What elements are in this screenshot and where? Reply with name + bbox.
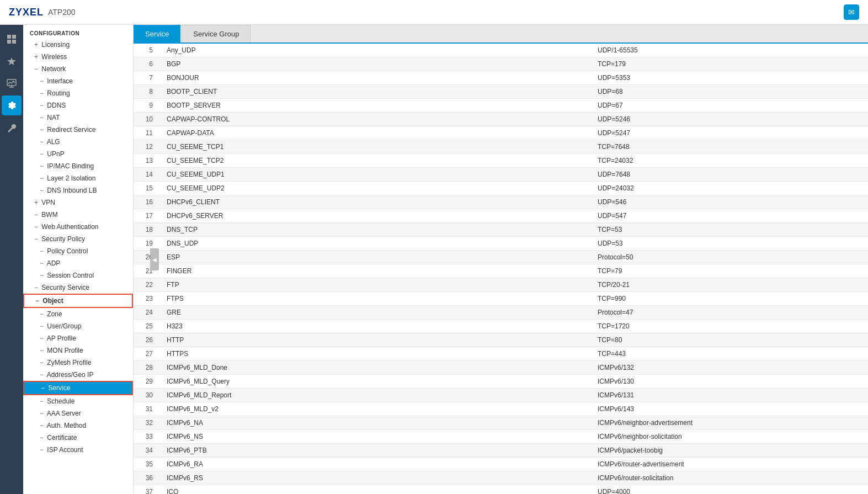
nav-web-auth[interactable]: − Web Authentication (23, 221, 133, 233)
nav-adp[interactable]: − ADP (23, 257, 133, 269)
row-value: UDP=4000 (592, 485, 868, 495)
row-value: ICMPv6/packet-toobig (592, 444, 868, 458)
row-num: 30 (134, 389, 161, 402)
sidebar-icon-dashboard[interactable] (2, 29, 22, 49)
nav-aaa-server[interactable]: − AAA Server (23, 407, 133, 419)
row-value: UDP=5353 (592, 71, 868, 85)
nav-mon-profile[interactable]: − MON Profile (23, 344, 133, 357)
nav-interface[interactable]: − Interface (23, 75, 133, 87)
nav-nat[interactable]: − NAT (23, 111, 133, 124)
nav-user-group[interactable]: − User/Group (23, 320, 133, 332)
row-value: UDP=5247 (592, 126, 868, 140)
nav-ddns[interactable]: − DDNS (23, 99, 133, 111)
row-name: FINGER (161, 264, 592, 278)
table-row: 23 FTPS TCP=990 (134, 292, 868, 306)
row-num: 10 (134, 113, 161, 126)
nav-redirect-service[interactable]: − Redirect Service (23, 124, 133, 136)
row-name: ICMPv6_RS (161, 471, 592, 485)
svg-rect-2 (7, 40, 11, 44)
row-name: DHCPv6_SERVER (161, 209, 592, 223)
row-num: 35 (134, 458, 161, 471)
sidebar-icon-wrench[interactable] (2, 118, 22, 137)
nav-zymesh-profile[interactable]: − ZyMesh Profile (23, 357, 133, 369)
nav-auth-method[interactable]: − Auth. Method (23, 419, 133, 432)
row-value: ICMPv6/router-solicitation (592, 471, 868, 485)
nav-zone[interactable]: − Zone (23, 308, 133, 320)
sidebar-collapse-btn[interactable]: ◀ (150, 248, 159, 270)
sidebar-icon-favorites[interactable] (2, 51, 22, 71)
nav-ip-mac-binding[interactable]: − IP/MAC Binding (23, 160, 133, 172)
sidebar-icon-monitor[interactable] (2, 73, 22, 93)
nav-security-policy[interactable]: − Security Policy (23, 233, 133, 245)
row-num: 29 (134, 375, 161, 389)
sidebar-icon-gear[interactable] (2, 95, 22, 115)
row-name: DHCPv6_CLIENT (161, 195, 592, 209)
table-row: 34 ICMPv6_PTB ICMPv6/packet-toobig (134, 444, 868, 458)
row-value: ICMPv6/neighbor-solicitation (592, 430, 868, 444)
nav-policy-control[interactable]: − Policy Control (23, 245, 133, 257)
row-num: 15 (134, 182, 161, 195)
nav-schedule[interactable]: − Schedule (23, 395, 133, 407)
envelope-icon[interactable]: ✉ (844, 4, 859, 20)
row-name: BONJOUR (161, 71, 592, 85)
row-name: CU_SEEME_TCP2 (161, 154, 592, 168)
nav-layer2-isolation[interactable]: − Layer 2 Isolation (23, 172, 133, 184)
sidebar-wrapper: CONFIGURATION + Licensing + Wireless − N… (23, 25, 134, 494)
row-name: ICMPv6_NA (161, 416, 592, 430)
nav-licensing[interactable]: + Licensing (23, 39, 133, 51)
row-name: ICMPv6_MLD_Query (161, 375, 592, 389)
table-row: 29 ICMPv6_MLD_Query ICMPv6/130 (134, 375, 868, 389)
row-name: HTTP (161, 333, 592, 347)
nav-service[interactable]: − Service (23, 381, 133, 395)
row-num: 25 (134, 320, 161, 333)
table-row: 9 BOOTP_SERVER UDP=67 (134, 99, 868, 113)
nav-isp-account[interactable]: − ISP Account (23, 444, 133, 456)
row-num: 27 (134, 347, 161, 361)
table-row: 32 ICMPv6_NA ICMPv6/neighbor-advertiseme… (134, 416, 868, 430)
tab-service[interactable]: Service (134, 25, 180, 43)
row-num: 18 (134, 223, 161, 237)
table-row: 37 ICQ UDP=4000 (134, 485, 868, 495)
tab-service-group[interactable]: Service Group (182, 25, 251, 43)
row-num: 13 (134, 154, 161, 168)
logo: ZYXEL (9, 7, 44, 18)
row-value: TCP=990 (592, 292, 868, 306)
table-row: 17 DHCPv6_SERVER UDP=547 (134, 209, 868, 223)
nav-session-control[interactable]: − Session Control (23, 269, 133, 281)
row-value: UDP=24032 (592, 182, 868, 195)
row-name: CU_SEEME_UDP2 (161, 182, 592, 195)
icon-sidebar (0, 25, 23, 494)
table-row: 14 CU_SEEME_UDP1 UDP=7648 (134, 168, 868, 182)
nav-address-geo-ip[interactable]: − Address/Geo IP (23, 369, 133, 381)
nav-routing[interactable]: − Routing (23, 87, 133, 99)
logo-area: ZYXEL ATP200 (9, 7, 76, 18)
nav-object[interactable]: − Object (23, 294, 133, 308)
row-value: TCP=1720 (592, 320, 868, 333)
nav-bwm[interactable]: − BWM (23, 209, 133, 221)
table-container: 5 Any_UDP UDP/1-65535 6 BGP TCP=179 7 BO… (134, 44, 868, 494)
nav-security-service[interactable]: − Security Service (23, 281, 133, 294)
row-num: 7 (134, 71, 161, 85)
table-row: 25 H323 TCP=1720 (134, 320, 868, 333)
nav-dns-inbound-lb[interactable]: − DNS Inbound LB (23, 184, 133, 196)
table-row: 12 CU_SEEME_TCP1 TCP=7648 (134, 140, 868, 154)
nav-certificate[interactable]: − Certificate (23, 432, 133, 444)
row-name: ESP (161, 251, 592, 264)
nav-upnp[interactable]: − UPnP (23, 148, 133, 160)
table-row: 28 ICMPv6_MLD_Done ICMPv6/132 (134, 361, 868, 375)
nav-vpn[interactable]: + VPN (23, 196, 133, 209)
table-row: 16 DHCPv6_CLIENT UDP=546 (134, 195, 868, 209)
row-value: UDP=7648 (592, 168, 868, 182)
nav-alg[interactable]: − ALG (23, 136, 133, 148)
row-name: ICMPv6_NS (161, 430, 592, 444)
table-row: 27 HTTPS TCP=443 (134, 347, 868, 361)
nav-network[interactable]: − Network (23, 63, 133, 75)
row-name: ICQ (161, 485, 592, 495)
nav-wireless[interactable]: + Wireless (23, 51, 133, 63)
row-value: TCP=179 (592, 57, 868, 71)
row-name: ICMPv6_MLD_Report (161, 389, 592, 402)
nav-ap-profile[interactable]: − AP Profile (23, 332, 133, 344)
table-row: 24 GRE Protocol=47 (134, 306, 868, 320)
row-name: Any_UDP (161, 44, 592, 57)
nav-sidebar: CONFIGURATION + Licensing + Wireless − N… (23, 25, 134, 494)
